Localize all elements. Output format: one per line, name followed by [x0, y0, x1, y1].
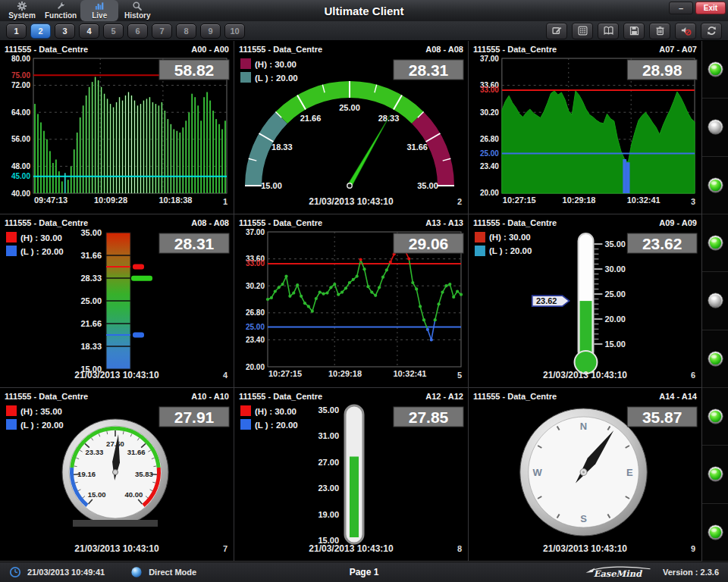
tab-9[interactable]: 9 — [200, 23, 221, 39]
value-badge: 27.85 — [394, 407, 463, 427]
led-indicator-2-off — [702, 99, 728, 156]
nav-system[interactable]: System — [3, 0, 41, 21]
panel-number: 3 — [691, 197, 695, 206]
svg-text:30.20: 30.20 — [246, 282, 265, 290]
tab-1[interactable]: 1 — [6, 23, 27, 39]
led-indicator-6-on — [702, 330, 728, 388]
exit-button[interactable]: Exit — [695, 2, 726, 14]
sync-button[interactable] — [701, 23, 722, 39]
panel-title: 111555 - Data_Centre — [473, 392, 557, 401]
svg-text:25.00: 25.00 — [339, 103, 360, 112]
svg-text:80.00: 80.00 — [11, 55, 30, 63]
panel-timestamp: 21/03/2013 10:43:10 — [74, 370, 159, 380]
trash-icon — [654, 25, 666, 36]
panel-timestamp: 21/03/2013 10:43:10 — [309, 543, 394, 554]
panel-3: 111555 - Data_CentreA07 - A07 37.0033.60… — [469, 41, 702, 214]
svg-text:31.00: 31.00 — [318, 431, 339, 440]
svg-text:35.00: 35.00 — [318, 405, 339, 415]
svg-text:(H) : 30.00: (H) : 30.00 — [489, 233, 531, 242]
nav-label: Function — [45, 11, 77, 20]
nav-live[interactable]: Live — [80, 0, 118, 21]
minimize-button[interactable]: – — [669, 2, 693, 14]
level-bar: 35.0031.0027.0023.0019.0015.00(H) : 30.0… — [234, 402, 468, 562]
panel-channel: A13 - A13 — [425, 218, 463, 227]
panel-channel: A07 - A07 — [659, 45, 697, 54]
svg-text:26.80: 26.80 — [480, 135, 499, 143]
trash-button[interactable] — [649, 23, 670, 39]
legend-item: (H) : 30.00 — [240, 58, 297, 69]
mute-icon — [680, 25, 692, 36]
svg-text:28.33: 28.33 — [80, 274, 102, 283]
panel-number: 9 — [691, 544, 695, 553]
tab-2[interactable]: 2 — [30, 23, 51, 39]
grid-button[interactable] — [572, 23, 593, 39]
value-badge: 27.91 — [159, 407, 229, 427]
panel-channel: A10 - A10 — [191, 392, 229, 401]
legend-item: (L ) : 20.00 — [6, 246, 64, 256]
svg-text:45.00: 45.00 — [11, 172, 30, 180]
led-icon — [707, 408, 724, 425]
tab-4[interactable]: 4 — [79, 23, 99, 39]
svg-text:35.83: 35.83 — [135, 470, 153, 478]
save-icon — [629, 25, 640, 36]
bar-chart: 80.0072.0064.0056.0048.0040.0075.0045.00… — [0, 55, 234, 214]
system-icon — [17, 1, 27, 11]
panel-channel: A00 - A00 — [191, 45, 229, 54]
panel-channel: A14 - A14 — [659, 392, 697, 401]
svg-text:W: W — [533, 467, 543, 478]
history-icon — [132, 1, 143, 11]
high-marker — [133, 264, 144, 270]
tab-3[interactable]: 3 — [55, 23, 75, 39]
half-gauge: 15.0018.3321.6625.0028.3331.6635.00(H) :… — [234, 55, 468, 214]
value-tag: 23.62 — [532, 296, 570, 306]
svg-text:19.16: 19.16 — [77, 470, 96, 478]
brand-text: EaseMind — [594, 568, 643, 579]
mute-button[interactable] — [675, 23, 696, 39]
tab-5[interactable]: 5 — [103, 23, 124, 39]
svg-text:25.00: 25.00 — [480, 149, 499, 158]
tab-10[interactable]: 10 — [224, 23, 245, 39]
status-mode: Direct Mode — [149, 568, 196, 577]
svg-text:10:32:41: 10:32:41 — [393, 369, 426, 378]
led-icon — [707, 524, 724, 541]
panel-title: 111555 - Data_Centre — [5, 45, 88, 54]
led-indicator-8-on — [702, 446, 728, 503]
panel-number: 5 — [457, 371, 462, 380]
nav-history[interactable]: History — [118, 0, 156, 21]
led-indicator-1-on — [702, 41, 728, 99]
svg-text:20.00: 20.00 — [604, 314, 625, 324]
svg-text:15.00: 15.00 — [604, 340, 625, 349]
status-datetime: 21/03/2013 10:49:41 — [27, 568, 105, 577]
svg-text:(H) : 30.00: (H) : 30.00 — [255, 60, 297, 69]
led-indicator-3-on — [702, 157, 728, 214]
svg-text:09:47:13: 09:47:13 — [34, 196, 67, 205]
value-badge: 23.62 — [627, 233, 697, 253]
led-indicator-9-on — [702, 504, 728, 562]
svg-text:37.00: 37.00 — [246, 229, 265, 236]
edit-button[interactable] — [546, 23, 567, 39]
tab-6[interactable]: 6 — [127, 23, 148, 39]
nav-function[interactable]: Function — [41, 0, 80, 21]
svg-text:35.00: 35.00 — [80, 229, 102, 237]
svg-text:15.00: 15.00 — [88, 490, 106, 499]
svg-text:10:09:28: 10:09:28 — [94, 196, 127, 205]
panel-timestamp: 21/03/2013 10:43:10 — [74, 543, 159, 554]
titlebar: SystemFunctionLiveHistory Ultimate Clien… — [0, 0, 728, 21]
panel-title: 111555 - Data_Centre — [239, 392, 322, 401]
line-chart: 37.0033.6030.2026.8023.4020.0033.0025.00… — [234, 229, 468, 388]
panel-title: 111555 - Data_Centre — [473, 45, 557, 54]
value-badge: 29.06 — [394, 233, 463, 253]
panel-timestamp: 21/03/2013 10:43:10 — [543, 370, 627, 380]
svg-text:27.50: 27.50 — [106, 440, 124, 448]
compass: NESW35.8721/03/2013 10:43:109 — [469, 402, 701, 562]
tab-7[interactable]: 7 — [152, 23, 172, 39]
tab-8[interactable]: 8 — [176, 23, 196, 39]
save-button[interactable] — [623, 23, 645, 39]
panel-number: 1 — [223, 197, 228, 206]
mode-icon — [130, 566, 143, 578]
svg-text:28.31: 28.31 — [174, 235, 215, 252]
svg-text:23.40: 23.40 — [480, 162, 499, 171]
panel-title: 111555 - Data_Centre — [5, 218, 88, 227]
book-button[interactable] — [598, 23, 619, 39]
legend-item: (L ) : 20.00 — [240, 72, 298, 83]
